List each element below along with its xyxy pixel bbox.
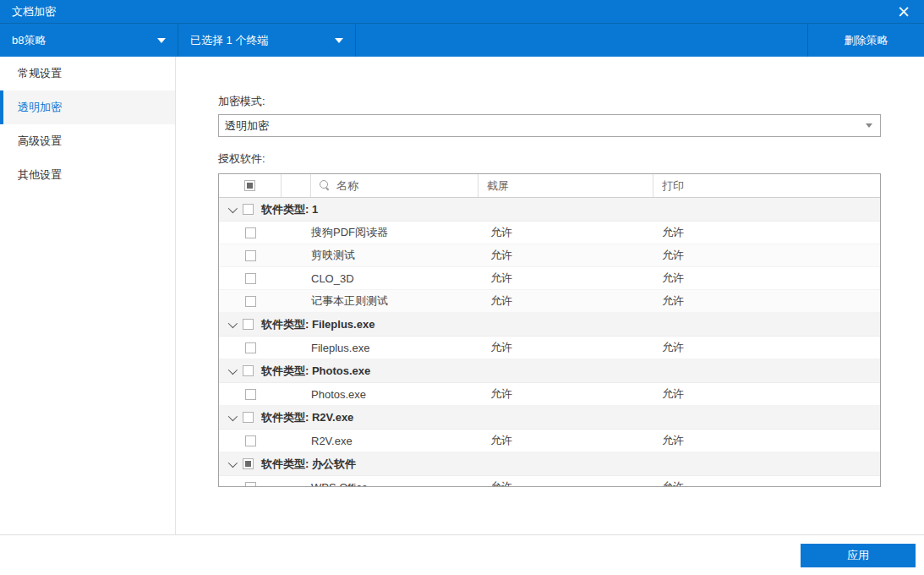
software-row[interactable]: R2V.exe 允许 允许 <box>219 430 880 452</box>
print-permission: 允许 <box>653 386 880 402</box>
sidebar-item-other-settings[interactable]: 其他设置 <box>0 158 175 192</box>
screenshot-permission: 允许 <box>478 340 653 355</box>
row-checkbox[interactable] <box>245 250 256 261</box>
policy-dropdown-label: b8策略 <box>12 33 46 48</box>
screenshot-permission: 允许 <box>478 433 653 448</box>
software-row[interactable]: Fileplus.exe 允许 允许 <box>219 337 880 359</box>
row-checkbox[interactable] <box>245 389 256 400</box>
software-name: WPS Office <box>311 481 478 488</box>
window-title: 文档加密 <box>12 4 56 19</box>
software-group-row[interactable]: 软件类型: Fileplus.exe <box>219 313 880 337</box>
chevron-down-icon[interactable] <box>228 411 238 420</box>
chevron-down-icon <box>157 38 166 43</box>
main-panel: 加密模式: 透明加密 授权软件: 名称 截屏 <box>176 57 924 534</box>
software-name: CLO_3D <box>311 272 478 285</box>
policy-dropdown[interactable]: b8策略 <box>0 24 178 57</box>
software-table: 名称 截屏 打印 软件类型: 1 搜狗PDF阅读器 允许 允许 剪映测试 允许 <box>218 173 881 487</box>
software-group-row[interactable]: 软件类型: 办公软件 <box>219 452 880 476</box>
software-name: 剪映测试 <box>311 248 478 263</box>
software-group-row[interactable]: 软件类型: 1 <box>219 198 880 222</box>
screenshot-permission: 允许 <box>478 248 653 263</box>
group-checkbox[interactable] <box>243 458 254 469</box>
software-name: 记事本正则测试 <box>311 293 478 309</box>
group-checkbox[interactable] <box>243 365 254 376</box>
sidebar: 常规设置 透明加密 高级设置 其他设置 <box>0 57 176 534</box>
screenshot-permission: 允许 <box>478 386 653 402</box>
software-name: R2V.exe <box>311 435 478 447</box>
footer: 应用 <box>0 534 924 575</box>
software-row[interactable]: 剪映测试 允许 允许 <box>219 244 880 267</box>
software-name: Photos.exe <box>311 388 478 401</box>
expander-column-header <box>282 174 311 197</box>
toolbar: b8策略 已选择 1 个终端 删除策略 <box>0 24 924 57</box>
print-permission: 允许 <box>653 293 880 309</box>
group-label: 软件类型: 办公软件 <box>261 457 356 472</box>
software-name: Fileplus.exe <box>311 342 478 354</box>
screenshot-permission: 允许 <box>478 293 653 309</box>
encrypt-mode-value: 透明加密 <box>225 118 269 134</box>
group-label: 软件类型: Fileplus.exe <box>261 317 375 332</box>
search-icon[interactable] <box>320 180 331 191</box>
screenshot-permission: 允许 <box>478 479 653 487</box>
name-column-header: 名称 <box>336 178 358 194</box>
toolbar-spacer <box>355 24 807 57</box>
group-label: 软件类型: R2V.exe <box>261 410 353 425</box>
delete-policy-button[interactable]: 删除策略 <box>807 24 924 57</box>
software-row[interactable]: 记事本正则测试 允许 允许 <box>219 290 880 313</box>
chevron-down-icon <box>335 38 343 43</box>
titlebar: 文档加密 × <box>0 0 924 24</box>
content-area: 常规设置 透明加密 高级设置 其他设置 加密模式: 透明加密 授权软件: <box>0 57 924 534</box>
group-label: 软件类型: Photos.exe <box>261 364 370 379</box>
screenshot-permission: 允许 <box>478 271 653 286</box>
software-name: 搜狗PDF阅读器 <box>311 225 478 240</box>
software-table-body: 软件类型: 1 搜狗PDF阅读器 允许 允许 剪映测试 允许 允许 CLO_3D… <box>219 198 880 487</box>
delete-policy-label: 删除策略 <box>845 33 888 48</box>
group-checkbox[interactable] <box>243 204 254 215</box>
sidebar-item-general-settings[interactable]: 常规设置 <box>0 57 175 90</box>
row-checkbox[interactable] <box>245 296 256 307</box>
print-permission: 允许 <box>653 479 880 487</box>
chevron-down-icon <box>866 123 872 128</box>
software-table-header: 名称 截屏 打印 <box>219 174 880 198</box>
software-row[interactable]: 搜狗PDF阅读器 允许 允许 <box>219 222 880 244</box>
screenshot-column-header: 截屏 <box>487 178 509 194</box>
chevron-down-icon[interactable] <box>228 457 238 467</box>
apply-button[interactable]: 应用 <box>801 544 916 567</box>
chevron-down-icon[interactable] <box>228 318 238 327</box>
sidebar-item-transparent-encryption[interactable]: 透明加密 <box>0 90 175 124</box>
print-permission: 允许 <box>653 433 880 448</box>
select-all-checkbox[interactable] <box>244 180 255 191</box>
row-checkbox[interactable] <box>245 227 256 238</box>
group-checkbox[interactable] <box>243 319 254 330</box>
print-permission: 允许 <box>653 271 880 286</box>
document-encryption-window: 文档加密 × b8策略 已选择 1 个终端 删除策略 常规设置 透明加密 高级设… <box>0 0 924 575</box>
group-checkbox[interactable] <box>243 412 254 423</box>
print-permission: 允许 <box>653 248 880 263</box>
software-group-row[interactable]: 软件类型: Photos.exe <box>219 359 880 383</box>
print-permission: 允许 <box>653 340 880 355</box>
software-row[interactable]: Photos.exe 允许 允许 <box>219 383 880 406</box>
authorized-software-label: 授权软件: <box>218 151 924 166</box>
group-label: 软件类型: 1 <box>261 202 318 217</box>
encrypt-mode-select[interactable]: 透明加密 <box>218 114 881 137</box>
row-checkbox[interactable] <box>245 342 256 353</box>
sidebar-item-advanced-settings[interactable]: 高级设置 <box>0 124 175 158</box>
terminal-dropdown-label: 已选择 1 个终端 <box>190 33 268 48</box>
row-checkbox[interactable] <box>245 273 256 284</box>
encrypt-mode-label: 加密模式: <box>218 94 924 108</box>
print-permission: 允许 <box>653 225 880 240</box>
terminal-dropdown[interactable]: 已选择 1 个终端 <box>178 24 355 57</box>
screenshot-permission: 允许 <box>478 225 653 240</box>
close-icon[interactable]: × <box>895 3 912 19</box>
software-row[interactable]: WPS Office 允许 允许 <box>219 476 880 487</box>
row-checkbox[interactable] <box>245 435 256 446</box>
print-column-header: 打印 <box>662 178 684 194</box>
chevron-down-icon[interactable] <box>228 203 238 212</box>
software-row[interactable]: CLO_3D 允许 允许 <box>219 267 880 290</box>
software-group-row[interactable]: 软件类型: R2V.exe <box>219 406 880 430</box>
chevron-down-icon[interactable] <box>228 364 238 374</box>
row-checkbox[interactable] <box>245 482 256 488</box>
